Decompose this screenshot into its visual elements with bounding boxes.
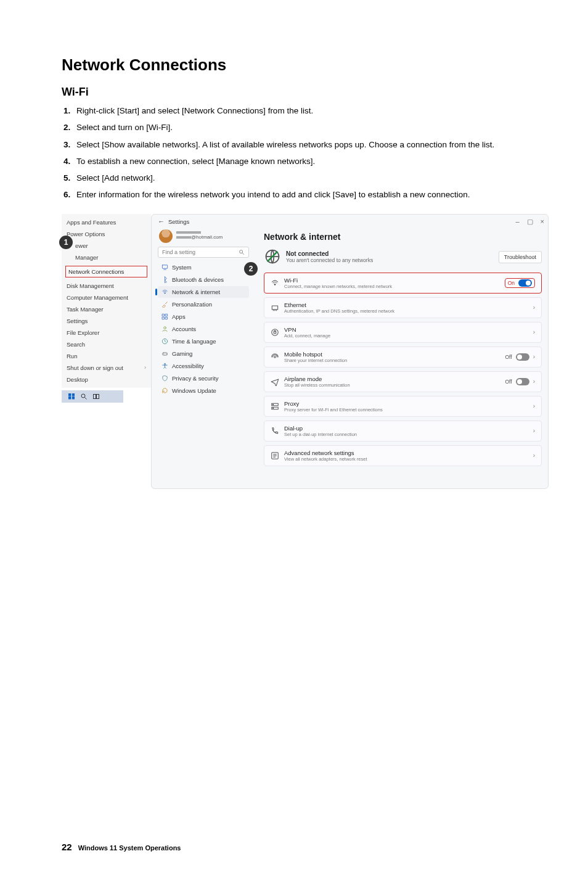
maximize-button[interactable]: ▢ — [527, 218, 533, 226]
toggle-label: Off — [505, 379, 512, 385]
sidebar-item-label: Bluetooth & devices — [172, 276, 224, 283]
setting-row-proxy[interactable]: ProxyProxy server for Wi-Fi and Ethernet… — [264, 396, 542, 417]
globe-disconnected-icon — [264, 248, 281, 266]
ctx-item[interactable]: File Explorer — [62, 327, 151, 339]
minimize-button[interactable]: – — [515, 218, 519, 226]
ctx-item[interactable]: Power Options — [62, 228, 151, 240]
svg-point-17 — [166, 353, 166, 354]
profile-block[interactable]: @hotmail.com — [159, 229, 249, 243]
svg-line-1 — [85, 397, 87, 399]
search-icon — [239, 249, 245, 255]
setting-row-advanced-network-settings[interactable]: Advanced network settingsView all networ… — [264, 445, 542, 466]
sidebar-item-time-language[interactable]: Time & language — [158, 335, 249, 347]
accessibility-icon — [161, 363, 168, 369]
ctx-item[interactable]: Apps and Features — [62, 216, 151, 228]
sidebar-item-windows-update[interactable]: Windows Update — [158, 385, 249, 396]
troubleshoot-button[interactable]: Troubleshoot — [499, 251, 542, 263]
svg-rect-12 — [165, 317, 167, 319]
chevron-right-icon: › — [533, 304, 535, 311]
toggle-switch[interactable] — [516, 378, 529, 385]
back-button[interactable]: ← — [158, 218, 165, 225]
ctx-item-signout[interactable]: Shut down or sign out › — [62, 362, 151, 374]
sidebar-item-network-internet[interactable]: Network & internet — [158, 286, 249, 298]
sidebar-item-system[interactable]: System — [158, 261, 249, 273]
chevron-right-icon: › — [533, 452, 535, 459]
svg-point-25 — [274, 356, 276, 357]
wifi-icon — [271, 279, 279, 287]
ctx-item[interactable]: ewer — [62, 240, 151, 252]
svg-line-5 — [242, 253, 244, 255]
ctx-item[interactable]: Settings — [62, 315, 151, 327]
page-number: 22 — [62, 842, 72, 852]
start-button[interactable] — [68, 393, 75, 400]
step-item: To establish a new connection, select [M… — [73, 155, 526, 168]
taskbar-search-button[interactable] — [80, 393, 88, 400]
ctx-item[interactable]: Computer Management — [62, 292, 151, 303]
taskbar-taskview-button[interactable] — [92, 393, 100, 400]
sidebar-item-label: System — [172, 264, 192, 271]
svg-rect-6 — [162, 265, 167, 268]
step-item: Select [Show available networks]. A list… — [73, 139, 526, 151]
setting-row-title: Proxy — [284, 400, 383, 407]
sidebar-item-accessibility[interactable]: Accessibility — [158, 360, 249, 372]
setting-row-airplane-mode[interactable]: Airplane modeStop all wireless communica… — [264, 371, 542, 392]
sidebar-item-privacy-security[interactable]: Privacy & security — [158, 372, 249, 384]
settings-main: Network & internet Not connected You are… — [253, 228, 542, 470]
toggle-switch[interactable] — [518, 279, 532, 287]
proxy-icon — [271, 402, 279, 411]
sidebar-item-bluetooth-devices[interactable]: Bluetooth & devices — [158, 274, 249, 285]
ctx-item[interactable]: Search — [62, 339, 151, 350]
status-title: Not connected — [286, 250, 373, 257]
settings-search-input[interactable]: Find a setting — [158, 247, 249, 258]
svg-point-28 — [273, 404, 274, 405]
setting-row-ethernet[interactable]: EthernetAuthentication, IP and DNS setti… — [264, 297, 542, 318]
ctx-item-network-connections[interactable]: Network Connections — [65, 266, 147, 277]
ethernet-icon — [271, 303, 279, 312]
toggle-label: On — [508, 280, 515, 286]
advanced-icon — [271, 451, 279, 460]
sidebar-item-apps[interactable]: Apps — [158, 311, 249, 322]
toggle-switch[interactable] — [516, 353, 529, 361]
setting-row-dial-up[interactable]: Dial-upSet up a dial-up internet connect… — [264, 421, 542, 442]
ctx-item[interactable]: Run — [62, 350, 151, 362]
game-icon — [161, 350, 168, 357]
ctx-item[interactable]: Desktop — [62, 374, 151, 385]
svg-rect-22 — [272, 306, 277, 310]
svg-rect-3 — [97, 394, 99, 398]
step-item: Right-click [Start] and select [Network … — [73, 105, 526, 117]
avatar — [159, 229, 173, 243]
setting-row-title: Mobile hotspot — [284, 351, 347, 358]
setting-row-title: Advanced network settings — [284, 450, 367, 456]
svg-rect-10 — [165, 314, 167, 316]
setting-row-title: Ethernet — [284, 302, 394, 308]
taskview-icon — [92, 393, 100, 400]
ctx-item[interactable]: Manager — [62, 252, 151, 263]
hotspot-icon — [271, 353, 279, 361]
taskbar — [62, 390, 123, 403]
svg-point-8 — [165, 292, 165, 293]
setting-row-subtitle: Connect, manage known networks, metered … — [284, 284, 392, 289]
setting-row-subtitle: Authentication, IP and DNS settings, met… — [284, 308, 394, 314]
setting-row-vpn[interactable]: VPNAdd, connect, manage› — [264, 322, 542, 343]
ctx-item-label: Shut down or sign out — [67, 364, 123, 371]
close-button[interactable]: × — [541, 218, 544, 226]
setting-row-mobile-hotspot[interactable]: Mobile hotspotShare your internet connec… — [264, 347, 542, 368]
sidebar-item-gaming[interactable]: Gaming — [158, 348, 249, 359]
svg-point-21 — [274, 284, 276, 285]
wifi-icon — [161, 289, 168, 295]
setting-row-wi-fi[interactable]: Wi-FiConnect, manage known networks, met… — [264, 273, 542, 294]
setting-row-right: On — [505, 278, 535, 288]
sidebar-item-personalization[interactable]: Personalization — [158, 298, 249, 310]
setting-row-right: › — [533, 329, 535, 335]
ctx-item[interactable]: Task Manager — [62, 303, 151, 315]
sidebar-item-label: Network & internet — [172, 289, 220, 295]
search-placeholder: Find a setting — [162, 249, 195, 255]
main-title: Network & internet — [264, 232, 542, 242]
ctx-item[interactable]: Disk Management — [62, 280, 151, 292]
window-title: Settings — [168, 218, 189, 225]
sidebar-item-accounts[interactable]: Accounts — [158, 323, 249, 335]
user-icon — [161, 326, 168, 332]
setting-row-title: Dial-up — [284, 425, 357, 432]
steps-list: Right-click [Start] and select [Network … — [62, 105, 526, 202]
sidebar-item-label: Gaming — [172, 350, 192, 357]
